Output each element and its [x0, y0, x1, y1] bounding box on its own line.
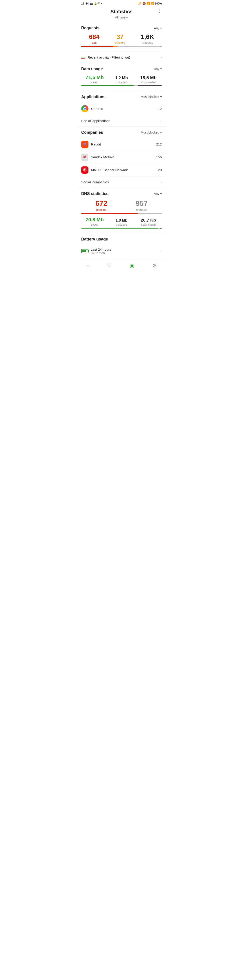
saved-label: saved [91, 81, 98, 84]
dns-blocked-stat: 672 blocked [95, 199, 107, 212]
company-count: 212 [156, 142, 162, 146]
company-count: 156 [156, 155, 162, 159]
menu-button[interactable]: ⋮ [157, 8, 162, 14]
progress-dns-uploaded [158, 228, 160, 229]
shield-icon: 🛡 [107, 263, 112, 268]
settings-icon: ⚙ [152, 263, 157, 269]
battery-header: Battery usage [81, 237, 162, 242]
trackers-value: 37 [116, 33, 124, 41]
chevron-down-icon: ▾ [160, 26, 162, 30]
requests-title: Requests [81, 25, 100, 30]
chevron-down-icon: ▾ [160, 95, 162, 99]
battery-section: Battery usage Last 24 hours 96,92 mAh › [78, 233, 165, 259]
dns-uploaded-value: 1,0 Mb [116, 218, 127, 223]
app-item-left: Chrome [81, 105, 103, 112]
data-usage-progress [81, 85, 162, 86]
dns-requests-stat: 957 requests [136, 199, 148, 212]
time-filter[interactable]: All time ▾ [115, 16, 128, 19]
list-item[interactable]: Chrome 12 [81, 102, 162, 115]
status-left: 13:44 📷 🔒 ♡ • [81, 2, 102, 5]
yandex-icon: M [81, 154, 89, 161]
dns-requests-value: 957 [136, 199, 148, 208]
mailru-icon: 🎯 [81, 166, 89, 173]
progress-trackers [113, 46, 118, 47]
activity-left: Recent activity (Filtering log) [81, 56, 130, 59]
downloaded-value: 18,5 Mb [140, 75, 157, 80]
saved-value: 71,5 Mb [86, 75, 104, 80]
list-item[interactable]: 👾 Reddit 212 [81, 138, 162, 151]
chevron-down-icon: ▾ [160, 130, 162, 134]
company-item-left: M Yandex Metrika [81, 154, 114, 161]
dns-statistics-section: DNS statistics Any ▾ 672 blocked 957 req… [78, 188, 165, 233]
progress-saved [81, 85, 133, 86]
battery-item-title: Last 24 hours [91, 248, 111, 251]
list-item[interactable]: 🎯 Mail.Ru Banner Network 20 [81, 164, 162, 177]
status-right: 🔑 🔇 📶 📶 100% [138, 2, 162, 5]
battery-item[interactable]: Last 24 hours 96,92 mAh › [81, 245, 162, 258]
companies-title: Companies [81, 130, 103, 135]
battery-item-sub: 96,92 mAh [91, 251, 111, 255]
downloaded-stat: 18,5 Mb downloaded [135, 75, 162, 84]
page-header: ⋮ Statistics All time ▾ [78, 6, 165, 22]
app-name: Chrome [91, 107, 103, 111]
total-value: 1,6K [141, 33, 154, 41]
total-label: requests [142, 41, 153, 45]
chevron-down-icon: ▾ [126, 16, 128, 19]
nav-item-home[interactable]: ⌂ [83, 262, 93, 270]
nav-item-shield[interactable]: 🛡 [104, 262, 116, 269]
dns-downloaded-value: 26,7 Kb [141, 218, 156, 223]
company-name: Yandex Metrika [91, 155, 114, 159]
see-all-companies[interactable]: See all companies › [81, 177, 162, 186]
applications-filter[interactable]: Most blocked ▾ [141, 95, 162, 99]
dns-blocked-value: 672 [95, 199, 107, 208]
progress-dns-saved [81, 228, 158, 229]
dns-saved-stat: 70,8 Mb saved [81, 217, 108, 226]
companies-header: Companies Most blocked ▾ [81, 130, 162, 135]
uploaded-value: 1,2 Mb [115, 76, 128, 80]
activity-label: Recent activity (Filtering log) [87, 56, 130, 59]
data-usage-section: Data usage Any ▾ 71,5 Mb saved 1,2 Mb up… [78, 63, 165, 91]
company-count: 20 [158, 168, 162, 172]
total-stat: 1,6K requests [141, 33, 154, 45]
dns-downloaded-label: downloaded [141, 223, 156, 226]
applications-header: Applications Most blocked ▾ [81, 95, 162, 99]
progress-ads [81, 46, 113, 47]
dns-requests-label: requests [136, 208, 148, 212]
progress-downloaded [138, 85, 162, 86]
data-usage-filter[interactable]: Any ▾ [154, 67, 162, 71]
chevron-down-icon: ▾ [160, 192, 162, 196]
battery-text-group: Last 24 hours 96,92 mAh [91, 248, 111, 255]
stats-icon: ◉ [130, 262, 134, 269]
downloaded-label: downloaded [141, 81, 156, 84]
progress-rest [138, 213, 162, 214]
progress-uploaded [133, 85, 138, 86]
filter-log-icon [81, 56, 85, 59]
trackers-stat: 37 trackers [115, 33, 125, 45]
dns-downloaded-stat: 26,7 Kb downloaded [135, 218, 162, 226]
data-usage-header: Data usage Any ▾ [81, 67, 162, 72]
recent-activity-row[interactable]: Recent activity (Filtering log) › [78, 52, 165, 63]
dns-progress [81, 213, 162, 214]
nav-item-stats[interactable]: ◉ [126, 262, 138, 270]
requests-filter[interactable]: Any ▾ [154, 26, 162, 30]
chevron-right-icon: › [160, 248, 162, 253]
dns-saved-value: 70,8 Mb [86, 217, 104, 223]
dns-filter[interactable]: Any ▾ [154, 192, 162, 196]
uploaded-label: uploaded [116, 81, 127, 84]
companies-filter[interactable]: Most blocked ▾ [141, 130, 162, 134]
data-usage-stats: 71,5 Mb saved 1,2 Mb uploaded 18,5 Mb do… [81, 75, 162, 84]
app-icon-chrome [81, 105, 89, 112]
nav-item-settings[interactable]: ⚙ [148, 262, 160, 270]
dns-header: DNS statistics Any ▾ [81, 191, 162, 196]
progress-blocked [81, 213, 138, 214]
requests-header: Requests Any ▾ [81, 25, 162, 30]
requests-section: Requests Any ▾ 684 ads 37 trackers 1,6K … [78, 22, 165, 52]
see-all-applications[interactable]: See all applications › [81, 115, 162, 124]
bottom-nav: ⌂ 🛡 ◉ ⚙ [78, 259, 165, 273]
list-item[interactable]: M Yandex Metrika 156 [81, 151, 162, 164]
requests-stats: 684 ads 37 trackers 1,6K requests [81, 33, 162, 45]
battery-icon [81, 249, 89, 253]
app-count: 12 [158, 107, 162, 111]
data-usage-title: Data usage [81, 67, 103, 72]
dns-uploaded-label: uploaded [116, 223, 127, 226]
